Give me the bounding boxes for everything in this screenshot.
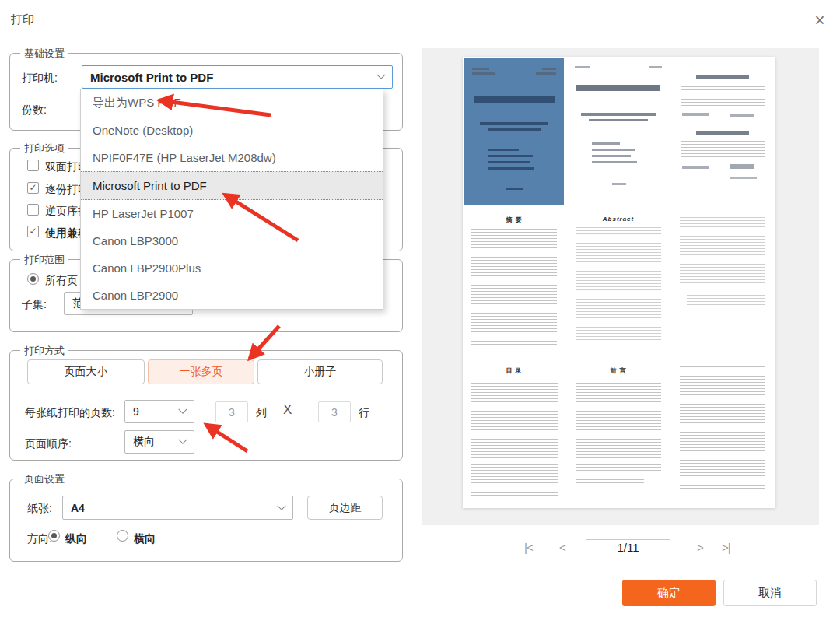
preview-heading: Abstract <box>569 216 668 223</box>
rows-input[interactable]: 3 <box>318 401 351 422</box>
rows-unit-label: 行 <box>359 405 369 419</box>
group-page-setup: 页面设置 <box>9 479 403 562</box>
paper-combobox-value: A4 <box>71 502 278 514</box>
paper-label: 纸张: <box>27 501 52 515</box>
all-pages-radio-label: 所有页 <box>45 273 78 287</box>
chevron-down-icon <box>178 405 187 414</box>
printer-option-canon-lbp2900plus[interactable]: Canon LBP2900Plus <box>81 254 383 282</box>
page-order-label: 页面顺序: <box>25 436 72 450</box>
preview-heading: 目 录 <box>464 366 564 375</box>
group-print-range-label: 打印范围 <box>20 253 68 266</box>
text-lines-placeholder <box>687 295 765 306</box>
columns-unit-label: 列 <box>256 405 267 419</box>
copies-label: 份数: <box>22 103 47 117</box>
cancel-button[interactable]: 取消 <box>723 580 817 606</box>
last-page-button[interactable]: >| <box>722 541 730 554</box>
preview-page-title <box>569 58 668 205</box>
preview-page-preface: 前 言 <box>569 360 668 507</box>
printer-option-hp-p1007[interactable]: HP LaserJet P1007 <box>81 200 383 227</box>
group-basic-settings-label: 基础设置 <box>20 47 68 60</box>
text-lines-placeholder <box>471 380 558 498</box>
tab-booklet[interactable]: 小册子 <box>257 359 383 384</box>
next-page-button[interactable]: > <box>697 541 703 554</box>
printer-option-hp-m208dw[interactable]: NPIF0F47E (HP LaserJet M208dw) <box>81 144 383 171</box>
pages-per-sheet-value: 9 <box>133 405 180 418</box>
chevron-down-icon <box>376 71 385 79</box>
page-order-combobox[interactable]: 横向 <box>124 430 194 454</box>
preview-sheet: 摘 要 Abstract 目 录 前 言 <box>463 57 775 508</box>
preview-heading: 前 言 <box>569 366 668 375</box>
close-icon[interactable]: × <box>809 9 831 31</box>
printer-label: 打印机: <box>22 71 58 85</box>
preview-page-cover <box>464 58 564 205</box>
printer-combobox-value: Microsoft Print to PDF <box>90 71 378 84</box>
pages-per-sheet-label: 每张纸打印的页数: <box>25 405 115 419</box>
portrait-radio[interactable] <box>48 530 60 542</box>
columns-input[interactable]: 3 <box>215 401 248 422</box>
reverse-order-checkbox[interactable] <box>27 204 39 216</box>
tab-page-size[interactable]: 页面大小 <box>27 359 145 384</box>
collate-checkbox[interactable]: ✓ <box>27 182 39 194</box>
landscape-radio[interactable] <box>117 530 128 542</box>
times-glyph: X <box>283 402 292 418</box>
text-lines-placeholder <box>576 227 661 341</box>
margins-button[interactable]: 页边距 <box>307 496 383 520</box>
preview-page-abstract-cn: 摘 要 <box>464 209 564 356</box>
printer-option-canon-lbp2900[interactable]: Canon LBP2900 <box>81 282 383 309</box>
printer-option-onenote[interactable]: OneNote (Desktop) <box>81 117 383 144</box>
printer-option-ms-print-to-pdf[interactable]: Microsoft Print to PDF <box>81 171 383 200</box>
chevron-down-icon <box>178 436 187 444</box>
portrait-radio-label: 纵向 <box>65 531 87 545</box>
preview-heading: 摘 要 <box>464 216 564 224</box>
landscape-radio-label: 横向 <box>134 531 156 545</box>
paper-combobox[interactable]: A4 <box>62 496 293 520</box>
chevron-down-icon <box>277 501 285 510</box>
preview-page-text-2 <box>673 360 772 507</box>
preview-page-text <box>673 209 772 356</box>
pages-per-sheet-combobox[interactable]: 9 <box>124 400 194 423</box>
all-pages-radio[interactable] <box>27 273 39 285</box>
prev-page-button[interactable]: < <box>559 541 565 554</box>
print-dialog: 打印 × 基础设置 打印机: Microsoft Print to PDF 份数… <box>0 0 840 617</box>
first-page-button[interactable]: |< <box>524 541 533 554</box>
text-lines-placeholder <box>576 479 644 492</box>
group-page-setup-label: 页面设置 <box>20 472 68 486</box>
preview-page-abstract-en: Abstract <box>569 209 668 356</box>
preview-page-toc: 目 录 <box>464 360 564 507</box>
text-lines-placeholder <box>680 366 765 491</box>
text-lines-placeholder <box>471 229 557 345</box>
group-print-options-label: 打印选项 <box>20 142 68 155</box>
page-order-value: 横向 <box>133 435 180 449</box>
page-indicator-input[interactable]: 1/11 <box>586 539 670 556</box>
dialog-title: 打印 <box>11 12 34 27</box>
duplex-checkbox[interactable] <box>27 160 39 171</box>
checkmark-icon: ✓ <box>29 183 37 192</box>
footer-divider <box>0 570 840 570</box>
printer-option-wps-pdf[interactable]: 导出为WPS PDF <box>81 89 383 117</box>
ok-button[interactable]: 确定 <box>622 580 716 606</box>
text-lines-placeholder <box>680 217 765 286</box>
tab-multiple-pages[interactable]: 一张多页 <box>148 359 254 384</box>
checkmark-icon: ✓ <box>29 226 37 236</box>
preview-page-authorization <box>673 58 772 205</box>
subset-label: 子集: <box>22 297 47 311</box>
group-print-method-label: 打印方式 <box>20 344 68 357</box>
compatibility-checkbox[interactable]: ✓ <box>27 226 39 237</box>
printer-option-canon-lbp3000[interactable]: Canon LBP3000 <box>81 227 383 254</box>
printer-dropdown-list: 导出为WPS PDF OneNote (Desktop) NPIF0F47E (… <box>80 89 383 310</box>
printer-combobox[interactable]: Microsoft Print to PDF <box>82 65 393 89</box>
print-preview-panel: 摘 要 Abstract 目 录 前 言 <box>422 48 819 525</box>
text-lines-placeholder <box>576 380 661 473</box>
